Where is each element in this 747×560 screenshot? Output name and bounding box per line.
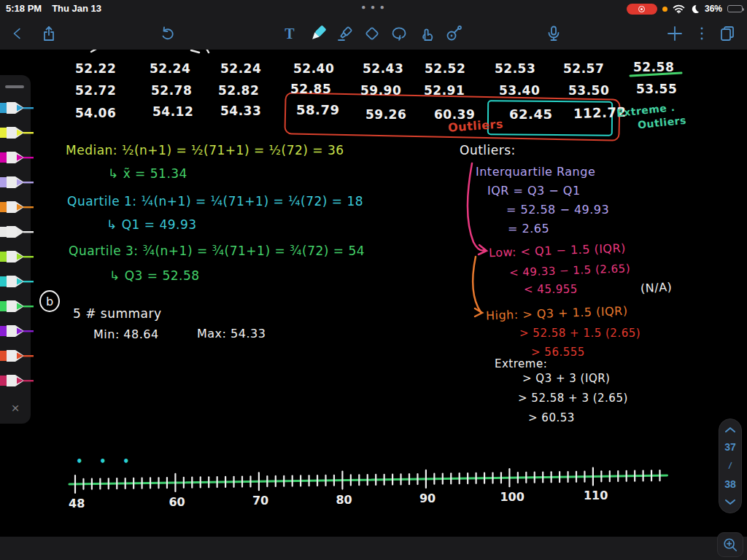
ink-arrow-low-head xyxy=(479,245,487,254)
pen-yellow[interactable] xyxy=(0,120,35,145)
note-canvas[interactable]: 4860708090100110 52.2252.2452.2452.4052.… xyxy=(0,0,747,560)
ink-text: 52.24 xyxy=(150,61,190,76)
ink-text: 54.33 xyxy=(220,104,261,118)
add-button[interactable] xyxy=(662,18,687,50)
ink-text: 54.12 xyxy=(152,104,193,119)
ink-text: 53.40 xyxy=(499,83,540,98)
number-line-label: 80 xyxy=(336,493,352,507)
ink-text: 52.52 xyxy=(425,61,465,76)
recording-indicator[interactable] xyxy=(627,4,657,15)
ink-text: 52.82 xyxy=(218,83,259,98)
ink-text: Outliers: xyxy=(460,143,516,158)
more-options-button[interactable] xyxy=(689,18,714,50)
pen-green[interactable] xyxy=(0,294,35,319)
pen-red-orange[interactable] xyxy=(0,343,35,368)
ink-text: 52.57 xyxy=(563,61,604,76)
pen-sidebar: × xyxy=(0,75,31,424)
wifi-icon xyxy=(673,4,685,14)
eraser-tool[interactable] xyxy=(360,18,384,50)
highlighter-tool[interactable] xyxy=(333,18,357,50)
chevron-up-icon[interactable] xyxy=(724,427,736,433)
pen-lavender[interactable] xyxy=(0,170,35,195)
pen-magenta[interactable] xyxy=(0,145,35,170)
page-total: 38 xyxy=(724,479,736,490)
lasso-tool[interactable] xyxy=(387,18,411,50)
notability-app: 4860708090100110 52.2252.2452.2452.4052.… xyxy=(0,0,747,560)
ink-text: Max: 54.33 xyxy=(197,327,266,341)
ink-text: ↳ x̃ = 51.34 xyxy=(108,166,187,181)
ink-text: 54.06 xyxy=(75,106,116,120)
ink-partial-stroke xyxy=(191,50,199,52)
ink-text: Quartile 3: ¾(n+1) = ¾(71+1) = ¾(72) = 5… xyxy=(69,244,365,258)
battery-percent: 36% xyxy=(705,4,722,14)
zoom-button[interactable] xyxy=(717,532,743,557)
number-line-label: 70 xyxy=(252,494,268,508)
ink-text: 52.43 xyxy=(363,61,403,76)
number-line-label: 60 xyxy=(169,495,185,509)
pen-teal[interactable] xyxy=(0,269,35,294)
ink-text: > Q3 + 3 (IQR) xyxy=(522,372,610,385)
ink-circled-letter: b xyxy=(39,290,60,312)
ink-text: IQR = Q3 − Q1 xyxy=(487,184,581,198)
share-button[interactable] xyxy=(36,18,61,50)
pen-orange[interactable] xyxy=(0,195,35,219)
pen-purple[interactable] xyxy=(0,319,35,343)
pen-lime[interactable] xyxy=(0,244,35,269)
ink-text: Outliers xyxy=(637,114,686,131)
ink-text: Min: 48.64 xyxy=(93,327,159,341)
back-button[interactable] xyxy=(6,18,31,50)
ink-text: = 2.65 xyxy=(508,222,549,236)
laser-pointer-tool[interactable] xyxy=(441,18,466,50)
ink-text: Median: ½(n+1) = ½(71+1) = ½(72) = 36 xyxy=(66,143,344,158)
ink-text: 52.78 xyxy=(151,83,192,98)
ink-text: 59.90 xyxy=(360,83,401,98)
drag-handle[interactable] xyxy=(5,85,24,88)
ink-text: 62.45 xyxy=(509,106,552,122)
pen-tool[interactable] xyxy=(306,18,330,50)
ink-text: 52.58 xyxy=(633,60,674,74)
ink-text: 59.26 xyxy=(365,107,406,122)
focus-moon-icon xyxy=(690,4,700,14)
ink-text: Quartile 1: ¼(n+1) = ¼(71+1) = ¼(72) = 1… xyxy=(67,194,363,209)
status-bar: 5:18 PM Thu Jan 13 ● ● ● 36% xyxy=(0,0,747,18)
pen-white[interactable] xyxy=(0,219,35,244)
mic-in-use-icon xyxy=(662,7,667,12)
tap-tool[interactable] xyxy=(414,18,439,50)
ink-text: = 52.58 − 49.93 xyxy=(506,203,609,217)
ink-text: ↳ Q3 = 52.58 xyxy=(109,268,200,283)
ink-text: 53.50 xyxy=(568,83,609,98)
ink-text: 52.22 xyxy=(75,61,116,76)
page-scroll-pill[interactable]: 37 / 38 xyxy=(719,419,742,513)
microphone-button[interactable] xyxy=(541,18,566,50)
pen-blue[interactable] xyxy=(0,96,35,120)
battery-icon xyxy=(727,5,743,12)
number-line-label: 110 xyxy=(584,489,608,502)
chevron-down-icon[interactable] xyxy=(724,499,736,505)
ink-text: < 49.33 − 1.5 (2.65) xyxy=(509,262,631,279)
ink-text: < 45.955 xyxy=(524,283,578,296)
pen-crimson[interactable] xyxy=(0,368,35,393)
ink-text: Low: < Q1 − 1.5 (IQR) xyxy=(489,241,626,260)
close-icon[interactable]: × xyxy=(0,400,31,416)
text-tool[interactable]: T xyxy=(277,18,302,50)
ink-text: 52.53 xyxy=(495,61,535,76)
pages-button[interactable] xyxy=(715,18,740,50)
ink-text: Interquartile Range xyxy=(476,165,595,179)
toolbar: T xyxy=(0,18,747,50)
ink-text: • • • xyxy=(76,455,133,468)
ink-text: High: > Q3 + 1.5 (IQR) xyxy=(486,304,628,323)
pen-list xyxy=(0,96,35,393)
ink-text: 53.55 xyxy=(636,82,677,96)
ink-text: 52.91 xyxy=(424,83,465,98)
magnifier-plus-icon xyxy=(722,537,738,553)
ink-text: > 52.58 + 3 (2.65) xyxy=(518,392,628,405)
ink-text: > 52.58 + 1.5 (2.65) xyxy=(519,327,640,340)
page-divider: / xyxy=(728,462,732,470)
undo-button[interactable] xyxy=(155,18,180,50)
ink-text: ↳ Q1 = 49.93 xyxy=(107,217,197,232)
bottom-bar xyxy=(0,537,747,560)
record-icon xyxy=(638,6,645,12)
ink-text: > 60.53 xyxy=(528,411,575,424)
ink-arrow-high-head xyxy=(475,308,482,316)
ink-text: (N/A) xyxy=(640,280,673,295)
